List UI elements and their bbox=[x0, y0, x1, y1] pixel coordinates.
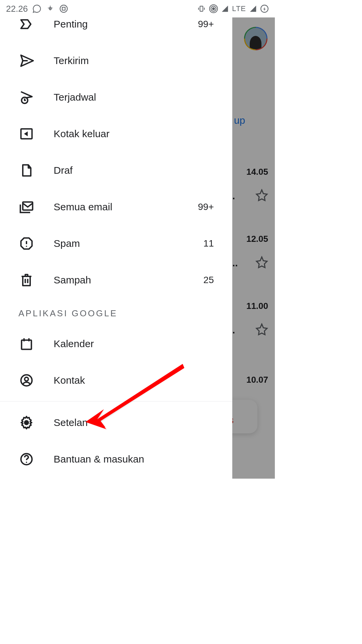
nav-item-settings[interactable]: Setelan bbox=[0, 404, 232, 441]
draft-icon bbox=[18, 162, 35, 178]
nav-item-scheduled[interactable]: Terjadwal bbox=[0, 79, 232, 115]
svg-point-25 bbox=[26, 462, 27, 463]
battery-icon bbox=[260, 4, 269, 13]
nav-item-trash[interactable]: Sampah 25 bbox=[0, 262, 232, 298]
nav-item-allmail[interactable]: Semua email 99+ bbox=[0, 189, 232, 225]
nav-item-label: Terkirim bbox=[54, 55, 214, 66]
section-header-google-apps: APLIKASI GOOGLE bbox=[0, 298, 232, 325]
nav-item-label: Spam bbox=[54, 238, 203, 249]
divider bbox=[0, 401, 232, 401]
svg-rect-3 bbox=[200, 6, 203, 11]
nav-item-contacts[interactable]: Kontak bbox=[0, 362, 232, 398]
svg-rect-18 bbox=[21, 340, 31, 350]
outbox-icon bbox=[18, 126, 35, 142]
mail-time: 12.05 bbox=[246, 234, 268, 244]
nav-item-outbox[interactable]: Kotak keluar bbox=[0, 115, 232, 152]
whatsapp-icon bbox=[33, 4, 41, 13]
nav-item-label: Kalender bbox=[54, 338, 214, 350]
svg-point-23 bbox=[25, 421, 28, 424]
nav-item-label: Terjadwal bbox=[54, 92, 214, 103]
svg-point-6 bbox=[213, 8, 215, 10]
mail-time: 11.00 bbox=[246, 301, 268, 311]
star-icon[interactable] bbox=[255, 189, 268, 203]
svg-point-15 bbox=[26, 246, 27, 247]
nav-item-label: Kontak bbox=[54, 375, 214, 386]
nav-item-label: Draf bbox=[54, 165, 214, 176]
svg-point-1 bbox=[60, 5, 67, 12]
vibrate-icon bbox=[197, 4, 206, 13]
setup-link-fragment: up bbox=[234, 115, 245, 126]
scheduled-icon bbox=[18, 89, 35, 105]
contacts-icon bbox=[18, 372, 35, 388]
nav-item-drafts[interactable]: Draf bbox=[0, 152, 232, 189]
status-time: 22.26 bbox=[6, 4, 28, 14]
nav-item-calendar[interactable]: Kalender bbox=[0, 325, 232, 362]
help-icon bbox=[18, 451, 35, 467]
screenshot-icon bbox=[59, 4, 68, 13]
star-icon[interactable] bbox=[255, 256, 268, 270]
nav-item-label: Penting bbox=[54, 18, 198, 30]
nav-item-help[interactable]: Bantuan & masukan bbox=[0, 441, 232, 477]
allmail-icon bbox=[18, 199, 35, 215]
mail-time: 14.05 bbox=[246, 167, 268, 177]
signal-icon-2 bbox=[249, 5, 257, 12]
hotspot-icon bbox=[209, 4, 218, 13]
account-avatar-button[interactable] bbox=[241, 24, 270, 53]
trash-icon bbox=[18, 272, 35, 288]
svg-rect-13 bbox=[23, 202, 33, 210]
nav-item-important[interactable]: Penting 99+ bbox=[0, 17, 232, 42]
nav-item-badge: 25 bbox=[203, 275, 214, 285]
nav-item-label: Setelan bbox=[54, 417, 214, 428]
nav-item-sent[interactable]: Terkirim bbox=[0, 42, 232, 79]
send-icon bbox=[18, 53, 35, 69]
nav-item-label: Sampah bbox=[54, 274, 203, 286]
nav-item-badge: 99+ bbox=[198, 19, 214, 30]
spam-icon bbox=[18, 235, 35, 252]
star-icon[interactable] bbox=[255, 323, 268, 337]
svg-point-22 bbox=[25, 377, 28, 381]
signal-icon bbox=[221, 5, 229, 12]
photos-icon bbox=[46, 4, 55, 13]
status-bar: 22.26 bbox=[0, 0, 275, 17]
navigation-drawer: Penting 99+ Terkirim Terjadwal bbox=[0, 17, 232, 479]
nav-item-label: Semua email bbox=[54, 201, 198, 213]
nav-item-spam[interactable]: Spam 11 bbox=[0, 225, 232, 262]
nav-item-badge: 99+ bbox=[198, 202, 214, 212]
nav-item-label: Bantuan & masukan bbox=[54, 453, 214, 465]
settings-icon bbox=[18, 415, 35, 431]
network-label: LTE bbox=[232, 4, 246, 13]
calendar-icon bbox=[18, 336, 35, 352]
important-icon bbox=[18, 17, 35, 32]
svg-rect-2 bbox=[62, 7, 65, 10]
mail-time: 10.07 bbox=[246, 375, 268, 385]
nav-item-badge: 11 bbox=[203, 238, 214, 249]
nav-item-label: Kotak keluar bbox=[54, 128, 214, 140]
